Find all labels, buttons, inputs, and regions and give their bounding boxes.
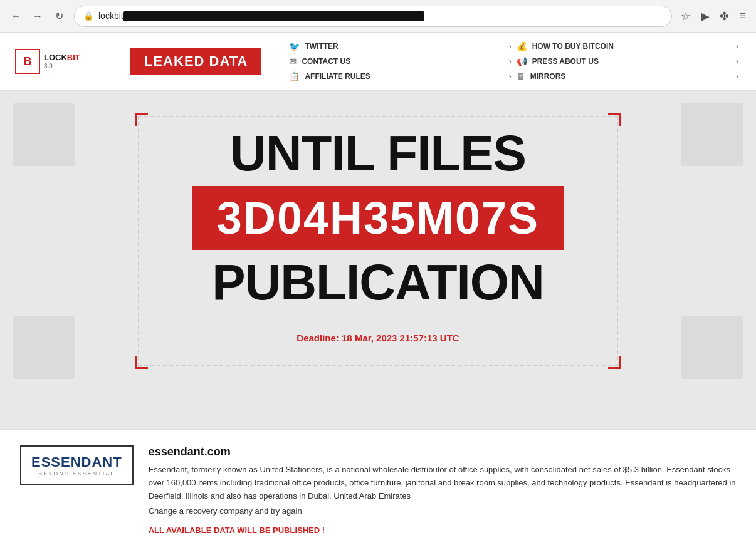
nav-column-1: 🐦 TWITTER › ✉ CONTACT US › 📋 AFFILIATE R… — [286, 40, 513, 83]
hero-deadline: Deadline: 18 Mar, 2023 21:57:13 UTC — [297, 333, 459, 343]
browser-nav-buttons: ← → ↻ — [8, 8, 68, 25]
hero-timer: 3D04H35M07S — [192, 186, 564, 250]
nav-twitter-label: TWITTER — [305, 42, 338, 51]
extension-icon[interactable]: ✤ — [717, 7, 732, 26]
company-details: essendant.com Essendant, formerly known … — [149, 445, 736, 535]
browser-chrome: ← → ↻ 🔒 lockbit ☆ ▶ ✤ ≡ — [0, 0, 756, 33]
arrow-icon-3: › — [509, 72, 512, 81]
arrow-icon-5: › — [736, 57, 738, 66]
twitter-icon: 🐦 — [289, 41, 300, 51]
deadline-value: 18 Mar, 2023 21:57:13 UTC — [342, 333, 459, 343]
contact-icon: ✉ — [289, 56, 297, 66]
company-logo-sub: BEYOND ESSENTIAL — [38, 470, 115, 477]
logo-text: LOCKBIT 3.0 — [44, 53, 80, 70]
bracket-tl — [135, 113, 148, 126]
logo-icon: B — [15, 49, 40, 74]
browser-actions: ☆ ▶ ✤ ≡ — [678, 7, 748, 26]
nav-twitter[interactable]: 🐦 TWITTER › — [286, 40, 513, 53]
company-note: Change a recovery company and try again — [149, 505, 736, 518]
bracket-br — [608, 356, 621, 369]
mirrors-icon: 🖥 — [517, 71, 525, 81]
arrow-icon: › — [509, 42, 512, 51]
nav-press-label: PRESS ABOUT US — [532, 57, 599, 66]
hero-content: UNTIL FILES 3D04H35M07S PUBLICATION — [192, 128, 564, 308]
arrow-icon-6: › — [736, 72, 738, 81]
url-text: lockbit — [98, 11, 663, 21]
hero-section: UNTIL FILES 3D04H35M07S PUBLICATION Dead… — [0, 91, 756, 429]
refresh-button[interactable]: ↻ — [50, 8, 68, 25]
page-wrapper: B LOCKBIT 3.0 LEAKED DATA 🐦 TWITTER › ✉ … — [0, 33, 756, 540]
nav-bitcoin-label: HOW TO BUY BITCOIN — [532, 42, 614, 51]
corner-decoration-br — [681, 316, 743, 379]
affiliate-icon: 📋 — [289, 71, 300, 81]
press-icon: 📢 — [517, 56, 527, 66]
hero-publication-text: PUBLICATION — [192, 257, 564, 308]
nav-contact[interactable]: ✉ CONTACT US › — [286, 55, 513, 68]
menu-icon[interactable]: ≡ — [737, 7, 748, 25]
deadline-label: Deadline: — [297, 333, 339, 343]
address-bar[interactable]: 🔒 lockbit — [74, 6, 672, 27]
hero-until-text: UNTIL FILES — [192, 128, 564, 179]
company-logo-box: ESSENDANT BEYOND ESSENTIAL — [20, 445, 134, 485]
bracket-bl — [135, 356, 148, 369]
leaked-data-badge: LEAKED DATA — [130, 48, 261, 75]
bitcoin-icon: 💰 — [517, 41, 527, 51]
company-domain: essendant.com — [149, 445, 736, 459]
nav-contact-label: CONTACT US — [302, 57, 350, 66]
nav-links: 🐦 TWITTER › ✉ CONTACT US › 📋 AFFILIATE R… — [286, 40, 741, 83]
arrow-icon-2: › — [509, 57, 512, 66]
bookmark-icon[interactable]: ☆ — [678, 7, 693, 26]
site-logo: B LOCKBIT 3.0 — [15, 49, 115, 74]
nav-affiliate-label: AFFILIATE RULES — [305, 72, 370, 81]
corner-decoration-tr — [681, 103, 743, 166]
bracket-tr — [608, 113, 621, 126]
arrow-icon-4: › — [736, 42, 738, 51]
nav-buy-bitcoin[interactable]: 💰 HOW TO BUY BITCOIN › — [514, 40, 741, 53]
nav-column-2: 💰 HOW TO BUY BITCOIN › 📢 PRESS ABOUT US … — [514, 40, 741, 83]
forward-button[interactable]: → — [29, 8, 46, 25]
nav-mirrors-label: MIRRORS — [530, 72, 566, 81]
site-header: B LOCKBIT 3.0 LEAKED DATA 🐦 TWITTER › ✉ … — [0, 33, 756, 91]
corner-decoration-tl — [13, 103, 75, 166]
company-description: Essendant, formerly known as United Stat… — [149, 464, 736, 502]
corner-decoration-bl — [13, 316, 75, 379]
company-logo-text: ESSENDANT — [31, 454, 122, 470]
lock-icon: 🔒 — [83, 11, 93, 21]
nav-mirrors[interactable]: 🖥 MIRRORS › — [514, 70, 741, 83]
back-button[interactable]: ← — [8, 8, 25, 25]
shield-icon[interactable]: ▶ — [698, 7, 712, 26]
nav-affiliate[interactable]: 📋 AFFILIATE RULES › — [286, 70, 513, 83]
company-warning: ALL AVAILABLE DATA WILL BE PUBLISHED ! — [149, 526, 736, 535]
nav-press[interactable]: 📢 PRESS ABOUT US › — [514, 55, 741, 68]
company-info-section: ESSENDANT BEYOND ESSENTIAL essendant.com… — [0, 429, 756, 540]
